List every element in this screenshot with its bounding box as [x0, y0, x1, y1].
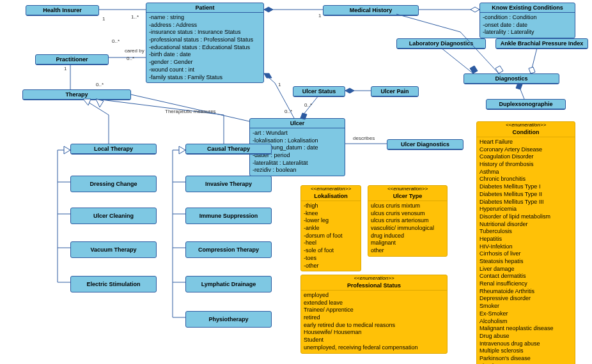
class-causal-therapy[interactable]: Causal Therapy — [185, 144, 272, 155]
assoc-label: describes — [353, 135, 375, 141]
class-title: Ankle Brachial Pressure Index — [496, 39, 588, 49]
mult-label: 0..* — [304, 102, 312, 108]
class-health-insurer[interactable]: Health Insurer — [26, 5, 99, 16]
class-attrs: -condition : Condition -onset date : dat… — [480, 13, 575, 38]
class-title: Diagnostics — [464, 74, 559, 84]
class-ankle-brachial[interactable]: Ankle Brachial Pressure Index — [495, 38, 588, 49]
svg-marker-4 — [345, 88, 354, 93]
class-dressing-change[interactable]: Dressing Change — [70, 176, 157, 192]
class-title: Therapy — [23, 90, 130, 100]
class-patient[interactable]: Patient -name : string -address : Addres… — [146, 3, 264, 83]
class-vacuum-therapy[interactable]: Vacuum Therapy — [70, 241, 157, 258]
enum-stereo: <<enumeration>> — [368, 186, 447, 192]
enum-title: Ulcer Type — [368, 192, 447, 201]
class-ulcer-cleaning[interactable]: Ulcer Cleaning — [70, 208, 157, 224]
enum-attrs: employed extended leave Trainee/ Apprent… — [301, 291, 447, 353]
class-title: Medical History — [323, 6, 418, 15]
class-title: Local Therapy — [71, 144, 156, 154]
class-title: Vacuum Therapy — [71, 245, 156, 254]
class-compression-therapy[interactable]: Compression Therapy — [185, 241, 272, 258]
class-duplexsono[interactable]: Duplexsonographie — [486, 99, 566, 110]
class-title: Lymphatic Drainage — [186, 280, 271, 289]
class-immune-suppression[interactable]: Immune Suppression — [185, 208, 272, 224]
class-title: Invasive Therapy — [186, 179, 271, 188]
enum-stereo: <<enumeration>> — [477, 122, 575, 128]
class-ulcer-diagnostics[interactable]: Ulcer Diagnostics — [387, 139, 463, 150]
enum-professional-status[interactable]: <<enumeration>> Professional Status empl… — [300, 275, 448, 354]
mult-label: 1 — [278, 82, 281, 87]
svg-marker-12 — [179, 146, 185, 154]
class-diagnostics[interactable]: Diagnostics — [463, 73, 559, 84]
enum-attrs: -thigh -knee -lower leg -ankle -dorsum o… — [301, 201, 361, 271]
svg-marker-11 — [64, 146, 70, 154]
mult-label: 0..* — [284, 109, 292, 114]
enum-attrs: Heart Failure Coronary Artery Disease Co… — [477, 137, 575, 364]
class-invasive-therapy[interactable]: Invasive Therapy — [185, 176, 272, 192]
class-title: Practitioner — [36, 55, 108, 64]
class-title: Ulcer — [250, 119, 345, 128]
svg-marker-1 — [471, 7, 479, 12]
svg-marker-7 — [529, 67, 535, 73]
class-title: Ulcer Status — [293, 87, 345, 96]
class-medical-history[interactable]: Medical History — [323, 5, 419, 16]
svg-marker-0 — [264, 7, 273, 12]
enum-stereo: <<enumeration>> — [301, 186, 361, 192]
class-electric-stimulation[interactable]: Electric Stimulation — [70, 276, 157, 292]
class-local-therapy[interactable]: Local Therapy — [70, 144, 157, 155]
svg-marker-5 — [495, 66, 503, 73]
class-title: Ulcer Pain — [371, 87, 418, 96]
enum-stereo: <<enumeration>> — [301, 275, 447, 281]
class-physiotherapy[interactable]: Physiotherapy — [185, 311, 272, 328]
class-title: Causal Therapy — [186, 144, 271, 154]
class-title: Immune Suppression — [186, 211, 271, 220]
svg-marker-2 — [264, 73, 272, 78]
enum-lokalisation[interactable]: <<enumeration>> Lokalisation -thigh -kne… — [300, 185, 361, 271]
assoc-label: Therapeutic measures — [165, 109, 216, 114]
mult-label: 1..* — [131, 14, 139, 20]
class-ulcer-status[interactable]: Ulcer Status — [293, 86, 345, 97]
mult-label: 1 — [318, 13, 321, 19]
enum-condition[interactable]: <<enumeration>> Condition Heart Failure … — [476, 121, 575, 364]
class-title: Physiotherapy — [186, 315, 271, 324]
enum-title: Lokalisation — [301, 192, 361, 201]
class-title: Know Existing Conditions — [480, 3, 575, 13]
class-title: Duplexsonographie — [487, 100, 565, 109]
enum-ulcer-type[interactable]: <<enumeration>> Ulcer Type ulcus cruris … — [368, 185, 448, 257]
enum-title: Condition — [477, 128, 575, 137]
class-therapy[interactable]: Therapy — [22, 89, 131, 100]
class-ulcer-pain[interactable]: Ulcer Pain — [371, 86, 419, 97]
class-title: Patient — [146, 3, 263, 13]
class-title: Dressing Change — [71, 179, 156, 188]
mult-label: 0..* — [96, 82, 104, 87]
mult-label: 0..* — [127, 56, 134, 61]
class-title: Health Insurer — [26, 6, 98, 15]
class-title: Ulcer Diagnostics — [387, 140, 463, 149]
mult-label: 1 — [102, 16, 105, 22]
class-practitioner[interactable]: Practitioner — [35, 54, 109, 65]
class-title: Compression Therapy — [186, 245, 271, 254]
enum-attrs: ulcus cruris mixtum ulcus cruris venosum… — [368, 201, 447, 256]
enum-title: Professional Status — [301, 281, 447, 291]
class-title: Electric Stimulation — [71, 280, 156, 289]
class-known-conditions[interactable]: Know Existing Conditions -condition : Co… — [479, 3, 575, 38]
svg-marker-6 — [470, 66, 478, 73]
class-title: Ulcer Cleaning — [71, 211, 156, 220]
assoc-label: cared by — [125, 48, 144, 54]
class-lab-diagnostics[interactable]: Laboratory Diagnostics — [396, 38, 486, 49]
class-attrs: -name : string -address : Address -insur… — [146, 13, 263, 82]
mult-label: 1 — [64, 66, 66, 72]
mult-label: 0..* — [112, 38, 120, 44]
class-title: Laboratory Diagnostics — [397, 39, 485, 49]
class-lymphatic-drainage[interactable]: Lymphatic Drainage — [185, 276, 272, 292]
